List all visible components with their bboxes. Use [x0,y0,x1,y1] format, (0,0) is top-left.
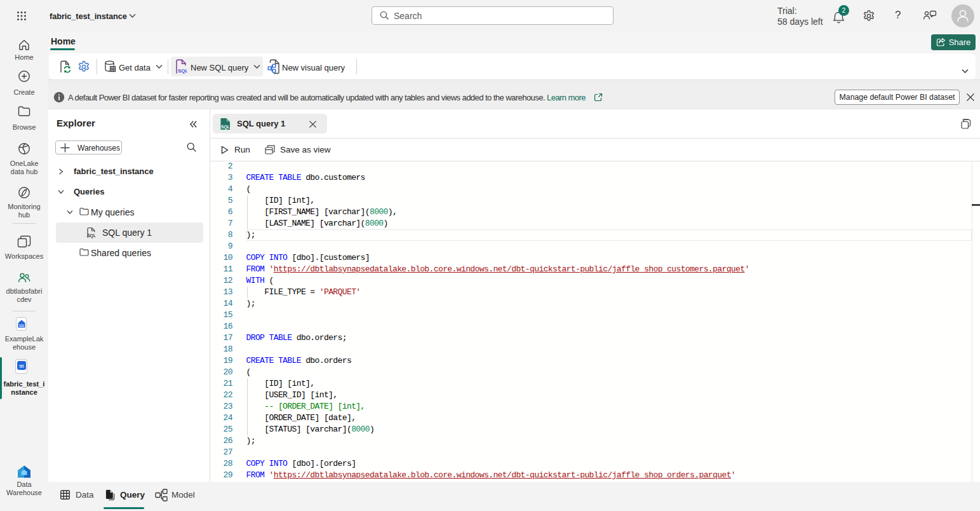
svg-text:SQL: SQL [88,233,96,238]
svg-text:SQL: SQL [178,68,187,74]
svg-text:2: 2 [842,6,846,14]
svg-text:SQL: SQL [221,125,230,130]
